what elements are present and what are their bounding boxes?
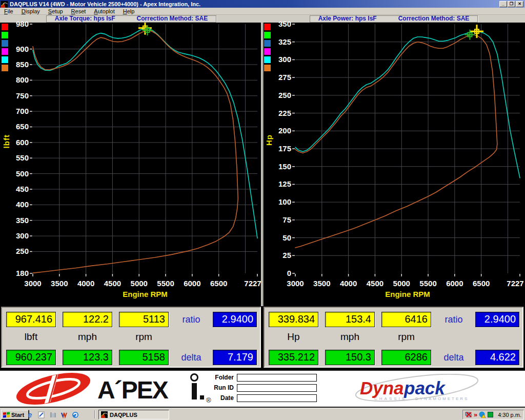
delta-value: 7.179 xyxy=(213,350,257,365)
restore-button[interactable]: ❐ xyxy=(508,1,515,7)
torque-cursor-speed: 122.2 xyxy=(63,312,112,327)
y-tick-label: 450 xyxy=(1,185,29,193)
power-plot[interactable] xyxy=(262,23,525,306)
windows-logo-icon xyxy=(3,411,10,418)
y-tick-label: 180 xyxy=(1,269,29,277)
daqplus-app-icon xyxy=(1,1,8,7)
x-tick-label: 3500 xyxy=(309,279,335,288)
power-cursor-value: 339.834 xyxy=(269,312,318,327)
x-tick-label: 5000 xyxy=(126,279,152,288)
power-chart-header: Axle Power: hps IsF Correction Method: S… xyxy=(310,15,478,23)
torque-title: Axle Torque: hps IsF xyxy=(55,15,115,22)
x-tick-label: 3000 xyxy=(282,279,308,288)
y-tick-label: 150 xyxy=(264,163,291,171)
y-tick-label: 175 xyxy=(264,145,291,153)
date-input[interactable] xyxy=(237,394,317,402)
media-icon[interactable] xyxy=(59,410,68,419)
x-tick-label: 6000 xyxy=(179,279,205,288)
network-error-icon[interactable] xyxy=(465,411,472,418)
start-label: Start xyxy=(11,412,24,418)
y-tick-label: 225 xyxy=(264,109,291,117)
x-tick-label: 4000 xyxy=(73,279,99,288)
x-tick-label: 4500 xyxy=(99,279,125,288)
y-tick-label: 980 xyxy=(1,20,29,28)
start-button[interactable]: Start xyxy=(1,410,29,419)
menu-help[interactable]: Help xyxy=(119,8,139,15)
rpm-unit: rpm xyxy=(119,331,169,343)
menu-display[interactable]: Display xyxy=(17,8,44,15)
ratio-value: 2.9400 xyxy=(475,312,519,327)
run-id-input[interactable] xyxy=(237,384,317,392)
taskbar: Start e DAQPLUS » 4:30 p.m. xyxy=(0,408,525,420)
y-tick-label: 300 xyxy=(264,55,291,64)
x-tick-label: 5500 xyxy=(153,279,178,288)
torque-chart-panel: 9809008508007507006506005505004504003503… xyxy=(0,23,262,306)
chart-header-strip: Axle Torque: hps IsF Correction Method: … xyxy=(0,15,525,23)
torque-plot[interactable] xyxy=(0,23,262,306)
clock: 4:30 p.m. xyxy=(498,412,521,418)
speed-unit: mph xyxy=(325,331,375,343)
folder-label: Folder xyxy=(205,374,234,382)
activity-icon[interactable] xyxy=(488,412,493,417)
dynapack-logo: Dyna pack CHASSIS DYNAMOMETERS xyxy=(353,374,481,404)
y-axis-label: lbft xyxy=(2,134,11,148)
update-warning-icon[interactable] xyxy=(479,411,486,418)
y-tick-label: 500 xyxy=(1,170,29,178)
window-title: DAQPLUS V14 (4WD - Motor Vehicle 2500+40… xyxy=(10,1,499,7)
folder-input[interactable] xyxy=(237,374,317,382)
list-icon[interactable] xyxy=(48,410,57,419)
y-tick-label: 325 xyxy=(264,38,291,46)
power-title: Axle Power: hps IsF xyxy=(318,15,377,22)
x-tick-label: 6500 xyxy=(206,279,232,288)
footer: A´PEX ® Folder Run ID Date Dyna pack CHA… xyxy=(0,370,525,408)
ie-icon[interactable]: e xyxy=(26,410,34,419)
x-tick-label: 6000 xyxy=(442,279,468,288)
apex-i-dot xyxy=(191,374,198,381)
fast-forward-icon[interactable]: » xyxy=(474,411,477,418)
document-pencil-icon[interactable] xyxy=(37,410,46,419)
rpm-unit: rpm xyxy=(381,331,431,343)
power-unit: Hp xyxy=(269,331,318,343)
dynapack-blue-text: pack xyxy=(403,378,446,398)
apexi-logo: A´PEX ® xyxy=(11,373,216,405)
y-tick-label: 750 xyxy=(1,92,29,100)
y-tick-label: 550 xyxy=(1,154,29,162)
dynapack-red-text: Dyna xyxy=(360,378,404,398)
torque-cursor-value: 967.416 xyxy=(6,312,56,327)
y-tick-label: 650 xyxy=(1,123,29,131)
y-tick-label: 800 xyxy=(1,76,29,84)
ratio-value: 2.9400 xyxy=(213,312,257,327)
power-cursor-speed: 153.4 xyxy=(325,312,375,327)
menu-file[interactable]: File xyxy=(0,8,17,15)
y-tick-label: 350 xyxy=(264,20,291,28)
x-tick-label: 5000 xyxy=(389,279,414,288)
x-axis-label: Engine RPM xyxy=(109,290,181,298)
dynapack-sub-dynos: DYNAMOMETERS xyxy=(415,396,469,401)
x-tick-label: 4000 xyxy=(336,279,361,288)
system-tray: » 4:30 p.m. xyxy=(462,410,524,419)
torque-cursor-rpm: 5113 xyxy=(119,312,169,327)
power-cursor2-value: 335.212 xyxy=(269,350,318,365)
y-tick-label: 700 xyxy=(1,107,29,115)
menu-autoplot[interactable]: Autoplot xyxy=(90,8,118,15)
power-cursor2-speed: 150.3 xyxy=(325,350,375,365)
chart-region: 9809008508007507006506005505004504003503… xyxy=(0,23,525,306)
dynapack-sub-chassis: CHASSIS xyxy=(374,396,407,401)
torque-cursor2-value: 960.237 xyxy=(6,350,56,365)
y-tick-label: 25 xyxy=(264,251,291,259)
x-tick-label: 3000 xyxy=(20,279,46,288)
menu-setup[interactable]: Setup xyxy=(44,8,67,15)
minimize-button[interactable]: _ xyxy=(499,1,507,7)
torque-chart-header: Axle Torque: hps IsF Correction Method: … xyxy=(46,15,216,23)
daqplus-task-button[interactable]: DAQPLUS xyxy=(98,410,169,419)
y-tick-label: 275 xyxy=(264,73,291,82)
power-readout-panel: 339.834 153.4 6416 ratio 2.9400 Hp mph r… xyxy=(264,307,523,368)
y-tick-label: 250 xyxy=(264,91,291,99)
y-tick-label: 200 xyxy=(264,127,291,135)
date-label: Date xyxy=(205,394,234,402)
menu-reset[interactable]: Reset xyxy=(67,8,90,15)
x-tick-label: 6500 xyxy=(469,279,494,288)
messenger-icon[interactable] xyxy=(71,410,79,419)
daqplus-app-icon xyxy=(101,411,108,418)
close-button[interactable]: ✕ xyxy=(516,1,523,7)
